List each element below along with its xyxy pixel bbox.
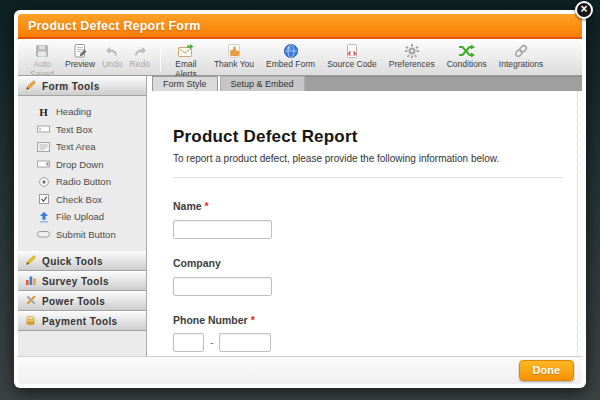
toolbar-label: Source Code	[327, 59, 377, 69]
text-area-icon	[37, 141, 50, 153]
toolbar-label: Conditions	[447, 59, 487, 69]
field-company[interactable]: Company	[173, 257, 563, 296]
field-label-text: Company	[173, 257, 221, 269]
field-phone-number[interactable]: Phone Number* -	[173, 314, 563, 352]
crossed-tools-icon	[25, 294, 37, 308]
sidebar-section-form-tools[interactable]: Form Tools	[18, 76, 146, 96]
form-builder-modal: Product Defect Report Form Auto Saved Pr…	[14, 10, 586, 388]
email-alerts-button[interactable]: Email Alerts	[170, 42, 202, 79]
form-tools-list: H Heading Text Box Text Area	[18, 96, 146, 251]
tool-item-heading[interactable]: H Heading	[18, 103, 146, 121]
name-input[interactable]	[173, 220, 272, 239]
phone-separator: -	[210, 337, 213, 348]
toolbar-label: Embed Form	[266, 59, 315, 69]
pencil-yellow-icon	[25, 254, 37, 268]
embed-form-button[interactable]: Embed Form	[266, 42, 315, 70]
field-name[interactable]: Name*	[173, 200, 563, 239]
preview-page-icon	[65, 42, 95, 59]
close-icon[interactable]: ×	[575, 1, 593, 19]
company-input[interactable]	[173, 277, 272, 296]
toolbar-label: Undo	[102, 59, 122, 69]
tool-item-submit-button[interactable]: Submit Button	[18, 226, 146, 244]
phone-area-code-input[interactable]	[173, 333, 204, 352]
undo-arrow-icon	[102, 42, 122, 59]
tool-item-radio-button[interactable]: Radio Button	[18, 173, 146, 191]
thank-you-button[interactable]: Thank You	[214, 42, 254, 70]
submit-button-icon	[37, 228, 50, 240]
tool-item-text-box[interactable]: Text Box	[18, 121, 146, 139]
sidebar-section-label: Payment Tools	[42, 316, 118, 327]
radio-button-icon	[37, 176, 50, 188]
coins-icon	[25, 314, 37, 328]
sidebar-section-label: Quick Tools	[42, 256, 103, 267]
conditions-button[interactable]: Conditions	[447, 42, 487, 70]
toolbar-label: Preview	[65, 59, 95, 69]
sidebar-section-quick-tools[interactable]: Quick Tools	[18, 251, 146, 271]
tool-item-text-area[interactable]: Text Area	[18, 138, 146, 156]
required-marker: *	[205, 200, 209, 212]
file-upload-icon	[37, 211, 50, 223]
redo-button: Redo	[130, 42, 150, 70]
toolbar-label: Preferences	[389, 59, 435, 69]
pencil-icon	[25, 79, 37, 93]
tool-item-label: Text Area	[56, 141, 96, 152]
globe-icon	[266, 42, 315, 59]
sidebar-section-label: Power Tools	[42, 296, 105, 307]
sidebar-section-survey-tools[interactable]: Survey Tools	[18, 271, 146, 291]
tool-item-label: Text Box	[56, 124, 92, 135]
chain-link-icon	[499, 42, 543, 59]
bar-chart-icon	[25, 274, 37, 288]
check-box-icon	[37, 193, 50, 205]
sidebar-section-label: Survey Tools	[42, 276, 109, 287]
gear-icon	[389, 42, 435, 59]
toolbar: Auto Saved Preview Undo Redo	[18, 39, 582, 76]
field-label-text: Phone Number	[173, 314, 248, 326]
tool-item-label: File Upload	[56, 211, 104, 222]
envelope-plus-icon	[170, 42, 202, 59]
form-heading-block[interactable]: Product Defect Report To report a produc…	[173, 127, 563, 164]
toolbar-separator	[160, 43, 161, 72]
required-marker: *	[251, 314, 255, 326]
tool-item-label: Radio Button	[56, 176, 111, 187]
code-page-icon	[327, 42, 377, 59]
preferences-button[interactable]: Preferences	[389, 42, 435, 70]
sidebar-section-label: Form Tools	[42, 81, 100, 92]
toolbar-label: Redo	[130, 59, 150, 69]
modal-footer: Done	[18, 356, 582, 384]
form-title: Product Defect Report	[173, 127, 563, 147]
sidebar-section-power-tools[interactable]: Power Tools	[18, 291, 146, 311]
auto-saved-button: Auto Saved	[26, 42, 58, 79]
preview-button[interactable]: Preview	[65, 42, 95, 70]
tab-bar-filler	[305, 76, 582, 91]
tool-item-file-upload[interactable]: File Upload	[18, 208, 146, 226]
form-subtitle: To report a product defect, please provi…	[173, 153, 563, 164]
toolbar-label: Thank You	[214, 59, 254, 69]
tab-setup-embed[interactable]: Setup & Embed	[220, 76, 305, 91]
tools-sidebar: Form Tools H Heading Text Box	[18, 76, 147, 356]
form-canvas-area: Product Defect Report To report a produc…	[147, 91, 582, 356]
tab-bar: Form Style Setup & Embed	[147, 76, 582, 91]
thumbs-up-icon	[214, 42, 254, 59]
tool-item-label: Check Box	[56, 194, 102, 205]
phone-number-input[interactable]	[219, 333, 271, 352]
form-canvas: Product Defect Report To report a produc…	[170, 91, 578, 356]
tab-form-style[interactable]: Form Style	[152, 76, 218, 91]
toolbar-label: Integrations	[499, 59, 543, 69]
shuffle-arrows-icon	[447, 42, 487, 59]
undo-button: Undo	[102, 42, 122, 70]
tool-item-label: Heading	[56, 106, 91, 117]
redo-arrow-icon	[130, 42, 150, 59]
drop-down-icon	[37, 158, 50, 170]
source-code-button[interactable]: Source Code	[327, 42, 377, 70]
done-button[interactable]: Done	[519, 360, 575, 381]
tool-item-check-box[interactable]: Check Box	[18, 191, 146, 209]
tool-item-label: Drop Down	[56, 159, 104, 170]
tool-item-drop-down[interactable]: Drop Down	[18, 156, 146, 174]
sidebar-section-payment-tools[interactable]: Payment Tools	[18, 311, 146, 331]
integrations-button[interactable]: Integrations	[499, 42, 543, 70]
tool-item-label: Submit Button	[56, 229, 116, 240]
window-title: Product Defect Report Form	[18, 14, 582, 39]
form-divider	[173, 177, 563, 178]
floppy-disk-icon	[26, 42, 58, 59]
heading-icon: H	[37, 106, 50, 118]
